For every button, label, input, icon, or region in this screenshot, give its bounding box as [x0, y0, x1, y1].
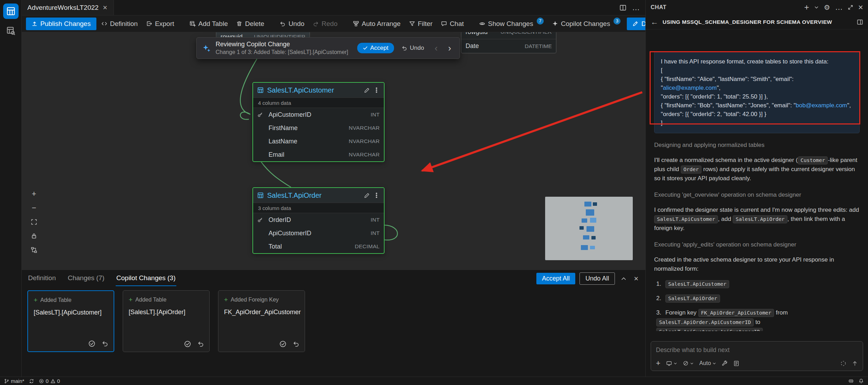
chat-more-actions-icon[interactable]: …	[835, 4, 843, 11]
zoom-in-button[interactable]: +	[29, 189, 39, 198]
tab-close-icon[interactable]: ×	[102, 4, 108, 12]
table-row[interactable]: Total DECIMAL	[253, 240, 384, 253]
toast-title: Reviewing Copilot Change	[216, 41, 352, 48]
split-editor-icon[interactable]	[619, 4, 626, 11]
accept-change-button[interactable]: Accept	[357, 43, 394, 53]
fit-view-button[interactable]	[29, 217, 39, 227]
canvas-controls: + −	[29, 189, 39, 255]
accept-all-button[interactable]: Accept All	[536, 273, 575, 284]
table-row[interactable]: Date DATETIME	[461, 39, 556, 53]
list-item: 2.SalesLT.ApiOrder	[656, 293, 860, 303]
mode-picker[interactable]	[683, 360, 694, 366]
open-session-in-editor-icon[interactable]	[857, 19, 863, 25]
expand-chat-icon[interactable]	[848, 5, 853, 10]
sync-icon[interactable]	[29, 379, 34, 384]
panel-tab-copilot-changes[interactable]: Copilot Changes (3)	[116, 271, 176, 286]
copilot-change-card[interactable]: + Added Foreign Key FK_ApiOrder_ApiCusto…	[218, 290, 305, 352]
panel-tab-changes[interactable]: Changes (7)	[67, 271, 105, 286]
tab-adventureworks[interactable]: AdventureWorksLT2022 ×	[22, 0, 114, 15]
chat-settings-gear-icon[interactable]: ⚙	[824, 4, 830, 11]
git-branch-item[interactable]: main*	[4, 378, 24, 384]
add-table-button[interactable]: Add Table	[186, 18, 231, 30]
code-chip: SalesLT.ApiOrder	[665, 295, 720, 303]
zoom-out-button[interactable]: −	[29, 203, 39, 212]
sparkle-icon	[552, 21, 558, 27]
definition-button[interactable]: Definition	[98, 18, 141, 30]
table-row[interactable]: OrderID INT	[253, 213, 384, 227]
previous-change-icon[interactable]: ‹	[432, 43, 441, 53]
add-context-icon[interactable]: +	[656, 359, 660, 367]
undo-change-icon[interactable]	[293, 340, 300, 347]
delete-button[interactable]: Delete	[233, 18, 268, 30]
model-picker[interactable]: Auto	[699, 360, 716, 366]
accept-change-icon[interactable]	[279, 340, 286, 347]
chevron-down-icon	[690, 362, 694, 365]
table-row[interactable]: rowguid UNIQUEIDENTIFIER	[461, 32, 556, 39]
chat-input-box[interactable]: + Aut	[651, 341, 863, 371]
problems-item[interactable]: 0 0	[39, 378, 60, 384]
table-row[interactable]: ApiCustomerID INT	[253, 108, 384, 121]
schema-canvas[interactable]: rowguid UNIQUEIDENTIFIER rowguid UNIQUEI…	[22, 32, 645, 270]
edit-table-icon[interactable]	[364, 87, 370, 93]
chat-input-field[interactable]	[656, 346, 858, 354]
undo-all-button[interactable]: Undo All	[579, 272, 615, 285]
chat-history[interactable]: I have this API response format, create …	[646, 29, 868, 331]
email-link[interactable]: bob@example.com	[796, 102, 847, 109]
copilot-change-toast: Reviewing Copilot Change Change 1 of 3: …	[196, 37, 460, 59]
history-spinner-icon[interactable]	[840, 360, 846, 366]
table-row[interactable]: FirstName NVARCHAR	[253, 121, 384, 135]
filter-button[interactable]: Filter	[406, 18, 436, 30]
new-chat-icon[interactable]: +	[804, 3, 809, 12]
assistant-message: I confirmed the designer state is curren…	[654, 205, 860, 233]
instructions-icon[interactable]	[733, 360, 739, 366]
next-change-icon[interactable]: ›	[445, 43, 454, 53]
collapse-panel-icon[interactable]	[619, 276, 628, 282]
schema-designer-activity-button[interactable]	[3, 4, 19, 19]
notifications-bell-icon[interactable]	[859, 378, 864, 384]
screen-context-picker[interactable]	[666, 360, 677, 366]
chat-button[interactable]: Chat	[438, 18, 467, 30]
accept-change-icon[interactable]	[88, 340, 95, 347]
email-link[interactable]: alice@example.com	[663, 85, 717, 91]
schema-visualizer-activity-button[interactable]	[3, 23, 19, 39]
copilot-changes-button[interactable]: Copilot Changes 3	[549, 18, 624, 30]
close-panel-icon[interactable]: ×	[632, 274, 640, 283]
lock-button[interactable]	[29, 231, 39, 241]
code-icon	[101, 21, 107, 27]
editor-tab-bar: AdventureWorksLT2022 × …	[22, 0, 645, 15]
redo-button[interactable]: Redo	[309, 18, 341, 30]
undo-button[interactable]: Undo	[276, 18, 308, 30]
auto-layout-button[interactable]	[29, 245, 39, 255]
minimap[interactable]	[545, 197, 633, 260]
show-changes-button[interactable]: Show Changes 7	[476, 18, 547, 30]
table-menu-icon[interactable]	[373, 195, 380, 196]
accept-change-icon[interactable]	[184, 340, 191, 347]
panel-tab-definition[interactable]: Definition	[27, 271, 56, 286]
edit-table-icon[interactable]	[364, 192, 370, 198]
tools-icon[interactable]	[722, 360, 728, 366]
screen-icon	[666, 360, 672, 366]
activity-bar	[0, 0, 22, 377]
back-arrow-icon[interactable]: ←	[651, 18, 658, 26]
undo-change-icon[interactable]	[197, 340, 204, 347]
send-icon[interactable]	[852, 360, 858, 366]
table-row[interactable]: LastName NVARCHAR	[253, 135, 384, 148]
chevron-down-icon[interactable]	[814, 5, 819, 10]
undo-change-icon[interactable]	[102, 340, 109, 347]
table-apiorder[interactable]: SalesLT.ApiOrder 3 column data OrderID I…	[252, 187, 385, 254]
copilot-change-card[interactable]: + Added Table [SalesLT].[ApiCustomer]	[27, 290, 114, 352]
table-row[interactable]: Email NVARCHAR	[253, 148, 384, 161]
export-button[interactable]: Export	[143, 18, 178, 30]
close-chat-icon[interactable]: ×	[858, 3, 863, 12]
table-menu-icon[interactable]	[373, 89, 380, 91]
editor-more-actions-icon[interactable]: …	[632, 3, 640, 12]
copilot-status-icon[interactable]	[848, 378, 854, 384]
minimap-node	[584, 202, 591, 207]
auto-arrange-button[interactable]: Auto Arrange	[350, 18, 404, 30]
publish-changes-button[interactable]: Publish Changes	[26, 18, 96, 30]
partial-table[interactable]: rowguid UNIQUEIDENTIFIER Date DATETIME	[461, 32, 556, 53]
table-row[interactable]: ApiCustomerID INT	[253, 227, 384, 240]
copilot-change-card[interactable]: + Added Table [SalesLT].[ApiOrder]	[123, 290, 210, 352]
undo-change-button[interactable]: Undo	[399, 43, 427, 53]
table-apicustomer[interactable]: SalesLT.ApiCustomer 4 column data ApiCus…	[252, 82, 385, 162]
